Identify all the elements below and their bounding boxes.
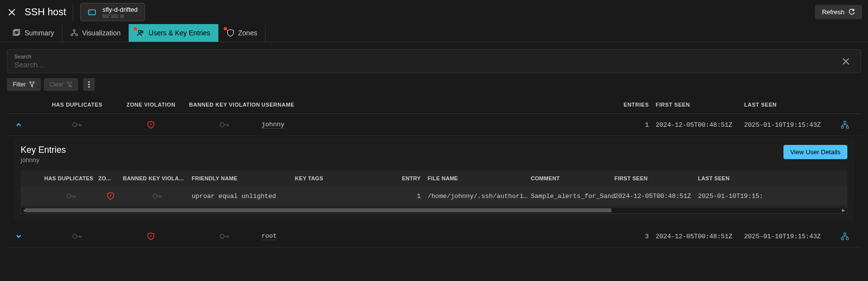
sub-last-cell: 2025-01-10T19:15: bbox=[698, 193, 772, 200]
shield-alert-icon bbox=[147, 232, 155, 240]
key-icon bbox=[66, 193, 76, 199]
sub-col-entry[interactable]: ENTRY bbox=[383, 175, 428, 181]
col-first-seen[interactable]: FIRST SEEN bbox=[656, 102, 744, 108]
svg-point-5 bbox=[73, 29, 75, 31]
horizontal-scrollbar[interactable]: ◀ ▶ bbox=[21, 207, 847, 214]
svg-point-8 bbox=[139, 30, 141, 33]
svg-rect-17 bbox=[846, 126, 848, 128]
username-link[interactable]: johnny bbox=[261, 121, 285, 129]
sub-col-tags[interactable]: KEY TAGS bbox=[295, 175, 383, 181]
svg-point-21 bbox=[220, 234, 224, 238]
refresh-icon bbox=[848, 9, 855, 16]
col-banned-key[interactable]: BANNED KEY VIOLATION bbox=[188, 102, 261, 108]
svg-point-18 bbox=[67, 194, 71, 198]
svg-rect-0 bbox=[88, 10, 95, 15]
more-options-button[interactable] bbox=[83, 78, 95, 91]
svg-rect-22 bbox=[844, 233, 846, 235]
scroll-right-icon[interactable]: ▶ bbox=[840, 207, 847, 213]
visualize-cell[interactable] bbox=[833, 232, 857, 240]
summary-icon bbox=[13, 29, 21, 37]
svg-rect-15 bbox=[844, 121, 846, 123]
app-header: SSH host sfly-d-drifted Refresh bbox=[0, 0, 868, 24]
clear-search-icon[interactable] bbox=[838, 56, 854, 67]
filter-button[interactable]: Filter bbox=[7, 78, 41, 91]
svg-point-13 bbox=[73, 123, 77, 127]
users-table-continued: root 3 2024-12-05T00:48:51Z 2025-01-10T1… bbox=[7, 225, 861, 248]
tab-summary[interactable]: Summary bbox=[5, 24, 62, 42]
users-icon bbox=[137, 29, 145, 37]
tab-visualization[interactable]: Visualization bbox=[62, 24, 129, 42]
sub-col-friendly[interactable]: FRIENDLY NAME bbox=[192, 175, 295, 181]
host-icon bbox=[87, 8, 96, 17]
table-row[interactable]: johnny 1 2024-12-05T00:48:51Z 2025-01-10… bbox=[7, 114, 861, 136]
sitemap-icon bbox=[841, 232, 849, 240]
close-icon[interactable] bbox=[6, 6, 18, 18]
table-header: HAS DUPLICATES ZONE VIOLATION BANNED KEY… bbox=[7, 96, 861, 114]
users-table: HAS DUPLICATES ZONE VIOLATION BANNED KEY… bbox=[7, 96, 861, 136]
clear-label: Clear bbox=[50, 81, 64, 88]
host-chip[interactable]: sfly-d-drifted bbox=[80, 3, 145, 21]
sub-banned-cell bbox=[123, 193, 192, 199]
subtable-row[interactable]: uproar equal unlighted 1 /home/johnny/.s… bbox=[21, 186, 847, 206]
host-info: sfly-d-drifted bbox=[102, 6, 138, 18]
tabs-bar: Summary Visualization Users & Key Entrie… bbox=[0, 24, 868, 42]
table-row[interactable]: root 3 2024-12-05T00:48:51Z 2025-01-10T1… bbox=[7, 225, 861, 248]
svg-point-12 bbox=[88, 86, 90, 88]
collapse-toggle[interactable] bbox=[11, 122, 40, 128]
filter-label: Filter bbox=[13, 81, 26, 88]
entries-cell: 1 bbox=[611, 121, 656, 129]
sub-col-duplicates[interactable]: HAS DUPLICATES bbox=[44, 175, 98, 181]
filter-bar: Filter Clear bbox=[7, 78, 861, 91]
visualize-cell[interactable] bbox=[833, 121, 857, 129]
sub-first-cell: 2024-12-05T00:48:51Z bbox=[614, 193, 698, 200]
sub-col-first[interactable]: FIRST SEEN bbox=[614, 175, 698, 181]
sub-entry-cell: 1 bbox=[383, 193, 428, 200]
col-zone-violation[interactable]: ZONE VIOLATION bbox=[114, 102, 188, 108]
sub-duplicates-cell bbox=[44, 193, 98, 199]
key-icon bbox=[72, 122, 82, 128]
subtable-header: HAS DUPLICATES ZO... BANNED KEY VIOLA...… bbox=[21, 170, 847, 186]
banned-key-cell bbox=[188, 122, 261, 128]
shield-icon bbox=[227, 29, 234, 37]
dots-vertical-icon bbox=[88, 81, 90, 88]
view-user-details-button[interactable]: View User Details bbox=[783, 145, 847, 159]
tab-label: Visualization bbox=[82, 29, 120, 37]
sub-friendly-cell: uproar equal unlighted bbox=[192, 193, 295, 200]
host-blocks bbox=[102, 14, 138, 18]
sitemap-icon bbox=[841, 121, 849, 129]
username-cell: johnny bbox=[261, 121, 611, 129]
clear-filter-icon bbox=[66, 82, 72, 87]
svg-rect-16 bbox=[841, 126, 843, 128]
content-area: Search Filter Clear HAS DUPLICATES ZONE … bbox=[0, 42, 868, 254]
key-icon bbox=[220, 233, 230, 239]
col-last-seen[interactable]: LAST SEEN bbox=[744, 102, 833, 108]
alert-dot-icon bbox=[224, 27, 227, 30]
sub-col-banned[interactable]: BANNED KEY VIOLA... bbox=[123, 175, 192, 181]
tab-users-key-entries[interactable]: Users & Key Entries bbox=[129, 24, 218, 42]
key-icon bbox=[152, 193, 162, 199]
sub-comment-cell: Sample_alerts_for_Sand bbox=[531, 193, 614, 200]
sub-col-zone[interactable]: ZO... bbox=[98, 175, 123, 181]
first-seen-cell: 2024-12-05T00:48:51Z bbox=[656, 121, 744, 129]
sub-col-file[interactable]: FILE NAME bbox=[428, 175, 531, 181]
col-username[interactable]: USERNAME bbox=[261, 102, 611, 108]
key-entries-table: HAS DUPLICATES ZO... BANNED KEY VIOLA...… bbox=[21, 170, 847, 206]
svg-rect-24 bbox=[846, 238, 848, 240]
col-has-duplicates[interactable]: HAS DUPLICATES bbox=[40, 102, 114, 108]
shield-alert-icon bbox=[107, 192, 115, 200]
svg-point-7 bbox=[76, 34, 78, 36]
scroll-thumb[interactable] bbox=[25, 208, 611, 212]
svg-rect-23 bbox=[841, 238, 843, 240]
col-entries[interactable]: ENTRIES bbox=[611, 102, 656, 108]
search-input[interactable] bbox=[14, 60, 838, 69]
sub-col-comment[interactable]: COMMENT bbox=[531, 175, 614, 181]
first-seen-cell: 2024-12-05T00:48:51Z bbox=[656, 233, 744, 240]
expand-toggle[interactable] bbox=[11, 233, 40, 239]
sub-col-last[interactable]: LAST SEEN bbox=[698, 175, 772, 181]
username-link[interactable]: root bbox=[261, 232, 277, 240]
last-seen-cell: 2025-01-10T19:15:43Z bbox=[744, 121, 833, 129]
tab-label: Zones bbox=[238, 29, 258, 37]
refresh-button[interactable]: Refresh bbox=[815, 5, 862, 19]
tab-zones[interactable]: Zones bbox=[219, 24, 266, 42]
duplicates-cell bbox=[40, 122, 114, 128]
